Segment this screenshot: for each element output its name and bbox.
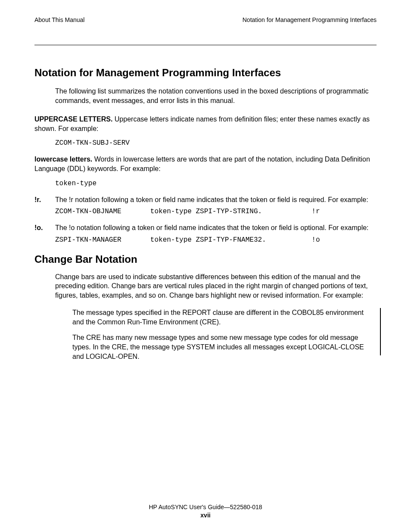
changebar-paragraph: Change bars are used to indicate substan… <box>55 272 377 300</box>
o-notation-label: !o. <box>34 223 55 233</box>
uppercase-letters-block: UPPERCASE LETTERS. Uppercase letters ind… <box>34 115 377 133</box>
footer-title: HP AutoSYNC User's Guide—522580-018 <box>0 503 411 512</box>
changebar-example-1: The message types specified in the REPOR… <box>72 308 371 327</box>
section-heading-notation: Notation for Management Programming Inte… <box>34 67 377 79</box>
o-notation-text: The !o notation following a token or fie… <box>55 223 377 233</box>
header-left: About This Manual <box>34 16 84 23</box>
footer-page-number: xvii <box>0 511 411 520</box>
lowercase-letters-block: lowercase letters. Words in lowercase le… <box>34 155 377 173</box>
section-heading-changebar: Change Bar Notation <box>34 253 377 265</box>
uppercase-code: ZCOM-TKN-SUBJ-SERV <box>55 139 377 147</box>
change-bar-icon <box>380 308 381 355</box>
r-notation-label: !r. <box>34 195 55 205</box>
header-right: Notation for Management Programming Inte… <box>243 16 377 23</box>
intro-paragraph: The following list summarizes the notati… <box>55 87 377 105</box>
o-code: ZSPI-TKN-MANAGER token-type ZSPI-TYP-FNA… <box>55 236 377 244</box>
page-header: About This Manual Notation for Managemen… <box>34 16 377 23</box>
r-code: ZCOM-TKN-OBJNAME token-type ZSPI-TYP-STR… <box>55 208 377 215</box>
r-notation-text: The !r notation following a token or fie… <box>55 195 377 205</box>
lowercase-letters-label: lowercase letters. <box>34 156 92 163</box>
r-notation-block: !r. The !r notation following a token or… <box>34 195 377 205</box>
changebar-example-2: The CRE has many new message types and s… <box>72 333 371 361</box>
lowercase-code: token-type <box>55 180 377 187</box>
uppercase-letters-label: UPPERCASE LETTERS. <box>34 115 112 123</box>
page-footer: HP AutoSYNC User's Guide—522580-018 xvii <box>0 503 411 520</box>
o-notation-block: !o. The !o notation following a token or… <box>34 223 377 233</box>
changebar-example-block: The message types specified in the REPOR… <box>72 308 377 361</box>
